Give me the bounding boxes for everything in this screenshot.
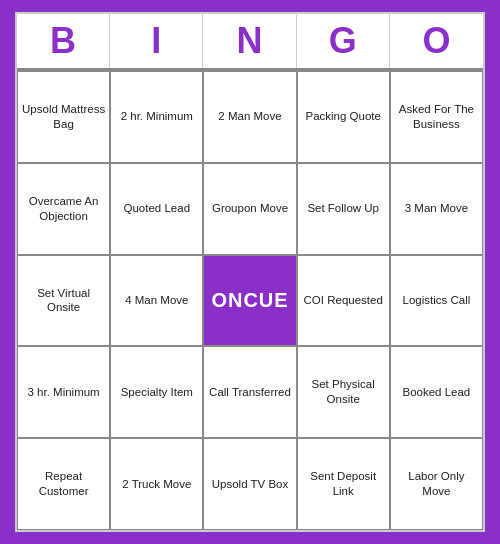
- bingo-grid: Upsold Mattress Bag2 hr. Minimum2 Man Mo…: [17, 70, 483, 530]
- bingo-cell[interactable]: 4 Man Move: [110, 255, 203, 347]
- header-letter: B: [17, 14, 110, 68]
- bingo-cell[interactable]: Overcame An Objection: [17, 163, 110, 255]
- bingo-cell[interactable]: Asked For The Business: [390, 71, 483, 163]
- bingo-cell[interactable]: Sent Deposit Link: [297, 438, 390, 530]
- bingo-cell[interactable]: Labor Only Move: [390, 438, 483, 530]
- header-letter: G: [297, 14, 390, 68]
- bingo-card: BINGO Upsold Mattress Bag2 hr. Minimum2 …: [15, 12, 485, 532]
- header-letter: I: [110, 14, 203, 68]
- bingo-cell[interactable]: Set Follow Up: [297, 163, 390, 255]
- bingo-cell[interactable]: 2 Man Move: [203, 71, 296, 163]
- bingo-cell[interactable]: 3 Man Move: [390, 163, 483, 255]
- bingo-cell[interactable]: Repeat Customer: [17, 438, 110, 530]
- header-letter: N: [203, 14, 296, 68]
- bingo-cell[interactable]: 2 Truck Move: [110, 438, 203, 530]
- bingo-cell[interactable]: COI Requested: [297, 255, 390, 347]
- bingo-cell[interactable]: Set Virtual Onsite: [17, 255, 110, 347]
- bingo-header: BINGO: [17, 14, 483, 70]
- bingo-cell[interactable]: Quoted Lead: [110, 163, 203, 255]
- bingo-cell[interactable]: Specialty Item: [110, 346, 203, 438]
- header-letter: O: [390, 14, 483, 68]
- bingo-cell[interactable]: Upsold TV Box: [203, 438, 296, 530]
- bingo-cell[interactable]: Booked Lead: [390, 346, 483, 438]
- bingo-cell[interactable]: Packing Quote: [297, 71, 390, 163]
- bingo-cell[interactable]: Upsold Mattress Bag: [17, 71, 110, 163]
- bingo-cell[interactable]: 3 hr. Minimum: [17, 346, 110, 438]
- bingo-cell[interactable]: Logistics Call: [390, 255, 483, 347]
- bingo-cell[interactable]: Groupon Move: [203, 163, 296, 255]
- bingo-cell[interactable]: Set Physical Onsite: [297, 346, 390, 438]
- bingo-cell[interactable]: 2 hr. Minimum: [110, 71, 203, 163]
- bingo-cell[interactable]: Call Transferred: [203, 346, 296, 438]
- bingo-cell[interactable]: ONCUE: [203, 255, 296, 347]
